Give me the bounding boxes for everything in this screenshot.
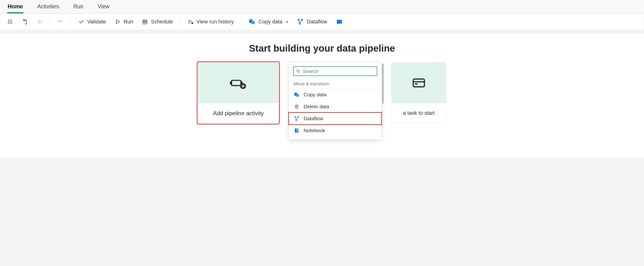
svg-point-3 [39,21,40,22]
copy-data-label: Copy data [258,19,282,25]
view-run-history-button[interactable]: View run history [183,17,238,27]
undo-icon [57,19,64,25]
item-label: Notebook [304,128,325,133]
save-icon [7,19,13,25]
svg-rect-17 [337,20,338,24]
activity-search-input[interactable] [303,68,374,74]
copy-data-icon [248,18,256,25]
separator [71,16,71,27]
activity-item-notebook[interactable]: Notebook [289,124,382,136]
dataflow-icon [294,116,300,122]
view-run-history-label: View run history [196,19,234,25]
svg-point-25 [294,116,296,118]
more-activity-button[interactable] [332,16,344,27]
validate-label: Validate [87,19,106,25]
dataflow-button[interactable]: Dataflow [292,16,332,27]
item-label: Copy data [304,92,326,98]
history-list-icon [188,19,194,25]
tab-activities[interactable]: Activities [37,2,60,13]
card-illustration [198,62,279,103]
svg-point-22 [297,70,299,72]
tab-run[interactable]: Run [73,2,84,13]
choose-task-card[interactable]: a task to start [391,62,446,123]
settings-button[interactable] [32,17,47,27]
separator [50,16,50,27]
card-row: Add pipeline activity Move & transform C… [10,62,634,140]
card-label: Add pipeline activity [198,103,279,123]
activity-search[interactable] [293,66,377,76]
copy-data-button[interactable]: Copy data ▾ [244,16,292,27]
undo-button[interactable] [53,17,68,27]
add-pipeline-activity-card[interactable]: Add pipeline activity [198,62,279,124]
svg-rect-33 [415,84,418,84]
tab-home[interactable]: Home [7,2,24,13]
page-title: Start building your data pipeline [10,43,634,54]
gear-icon [36,19,43,25]
svg-rect-0 [9,20,11,21]
dataflow-icon [297,18,304,25]
activity-block-icon [336,18,343,25]
card-label: a task to start [392,103,446,123]
run-label: Run [124,19,133,25]
chevron-down-icon: ▾ [286,20,288,24]
svg-marker-10 [192,23,193,24]
svg-rect-1 [9,22,11,24]
svg-marker-4 [116,20,120,24]
item-label: Delete data [304,104,329,110]
activity-item-copy-data[interactable]: Copy data [289,89,382,100]
svg-rect-18 [232,80,241,86]
save-as-button[interactable] [18,17,32,27]
svg-point-6 [144,22,144,22]
copy-data-icon [294,92,300,98]
dataflow-label: Dataflow [307,19,327,25]
svg-point-7 [145,22,145,22]
card-illustration [392,62,446,103]
activity-picker-popup: Move & transform Copy data Delete data D… [288,62,382,140]
scrollbar[interactable] [382,64,384,104]
trash-icon [294,104,300,110]
save-edit-icon [22,19,28,25]
save-button[interactable] [3,17,18,27]
toolbar: Validate Run Schedule View run history C… [0,14,644,30]
ribbon-tabs: Home Activities Run View [0,0,644,14]
svg-point-8 [146,22,146,22]
check-icon [78,19,84,25]
group-label: Move & transform [289,78,382,89]
canvas-area: Start building your data pipeline Add pi… [0,34,644,158]
separator [241,16,241,27]
run-button[interactable]: Run [110,17,138,27]
play-icon [114,19,121,25]
svg-rect-2 [24,20,25,21]
svg-rect-31 [296,130,298,131]
validate-button[interactable]: Validate [74,17,110,27]
svg-rect-19 [230,81,232,84]
item-label: Dataflow [304,116,323,122]
tab-view[interactable]: View [97,2,110,13]
svg-rect-32 [413,79,424,87]
search-icon [296,69,301,74]
activity-item-dataflow[interactable]: Dataflow [289,112,382,124]
svg-rect-29 [295,128,296,133]
separator [180,16,180,27]
activity-item-delete-data[interactable]: Delete data [289,100,382,112]
schedule-button[interactable]: Schedule [138,17,177,27]
svg-rect-30 [296,129,298,130]
notebook-icon [294,128,300,134]
calendar-icon [142,19,148,25]
schedule-label: Schedule [151,19,173,25]
svg-point-13 [298,19,300,20]
